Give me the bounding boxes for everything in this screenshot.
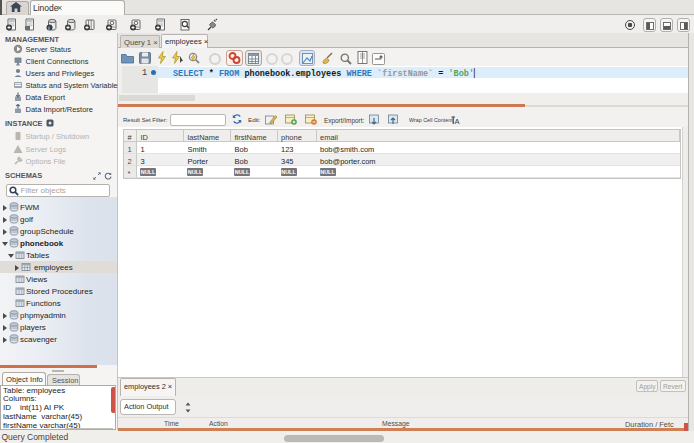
- svg-text:A: A: [455, 117, 460, 125]
- svg-text:i: i: [49, 25, 50, 31]
